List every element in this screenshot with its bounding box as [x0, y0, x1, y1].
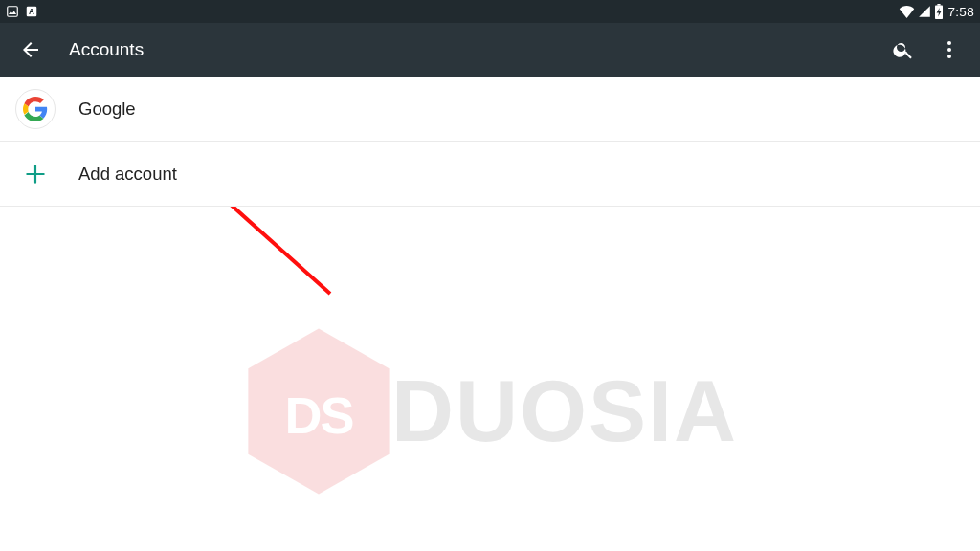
cell-signal-icon: [918, 5, 931, 18]
toolbar-title: Accounts: [69, 39, 880, 60]
svg-rect-4: [937, 4, 940, 6]
svg-line-9: [220, 195, 330, 294]
google-account-icon: [15, 89, 56, 129]
account-item-label: Google: [78, 99, 136, 120]
add-account-label: Add account: [78, 164, 177, 185]
watermark: DS DUOSIA: [242, 325, 738, 497]
svg-point-6: [947, 48, 951, 52]
accounts-list: Google Add account: [0, 77, 980, 207]
back-button[interactable]: [8, 27, 54, 73]
svg-point-7: [947, 55, 951, 58]
plus-icon: [23, 162, 48, 187]
status-indicators: 7:58: [899, 4, 974, 19]
search-icon: [892, 38, 915, 61]
svg-point-5: [947, 41, 951, 45]
status-notifications: A: [6, 5, 38, 18]
svg-marker-8: [248, 329, 389, 495]
wifi-icon: [899, 5, 915, 18]
svg-text:A: A: [29, 8, 34, 16]
account-item-google[interactable]: Google: [0, 77, 980, 142]
app-toolbar: Accounts: [0, 23, 980, 77]
google-logo-icon: [23, 97, 48, 121]
add-account-item[interactable]: Add account: [0, 142, 980, 207]
battery-charging-icon: [934, 4, 944, 19]
watermark-badge: DS: [242, 325, 395, 497]
status-time: 7:58: [948, 5, 974, 19]
overflow-menu-button[interactable]: [926, 27, 972, 73]
svg-rect-0: [8, 7, 18, 17]
status-bar: A 7:58: [0, 0, 980, 23]
watermark-text: DUOSIA: [391, 363, 738, 461]
more-vert-icon: [938, 38, 961, 61]
search-button[interactable]: [880, 27, 926, 73]
add-icon: [15, 154, 56, 194]
arrow-back-icon: [19, 38, 42, 61]
app-notif-icon: A: [25, 5, 38, 18]
screenshot-notif-icon: [6, 5, 19, 18]
